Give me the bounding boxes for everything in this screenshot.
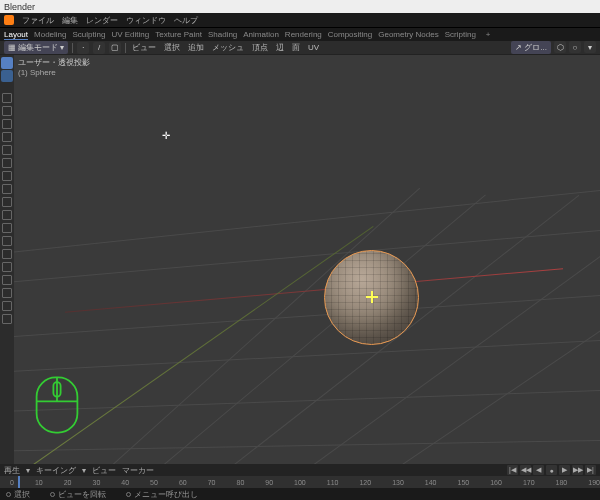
separator (125, 43, 126, 53)
tool-shelf (0, 85, 14, 465)
workspace-tabs: Layout Modeling Sculpting UV Editing Tex… (0, 27, 600, 41)
tool-icon[interactable] (2, 197, 12, 207)
tab-texturepaint[interactable]: Texture Paint (155, 30, 202, 39)
3d-viewport[interactable]: ✛ (14, 55, 600, 483)
menu-help[interactable]: ヘルプ (174, 15, 198, 26)
hdr-view[interactable]: ビュー (130, 42, 158, 53)
tool-icon[interactable] (2, 184, 12, 194)
hdr-vertex[interactable]: 頂点 (250, 42, 270, 53)
grid-line (14, 389, 600, 412)
tl-keying-menu[interactable]: キーイング (36, 465, 76, 476)
app-title: Blender (4, 2, 35, 12)
mode-selector[interactable]: ▦ 編集モード ▾ (4, 41, 68, 54)
tab-geonodes[interactable]: Geometry Nodes (378, 30, 438, 39)
jump-prev-button[interactable]: ◀◀ (520, 465, 531, 475)
face-select-icon[interactable]: ▢ (109, 42, 121, 54)
tool-icon[interactable] (2, 275, 12, 285)
tool-icon[interactable] (2, 210, 12, 220)
orientation-selector[interactable]: ↗ グロ... (511, 41, 551, 54)
play-button[interactable]: ▶ (559, 465, 570, 475)
tl-marker-menu[interactable]: マーカー (122, 465, 154, 476)
title-bar: Blender (0, 0, 600, 13)
viewport-overlay: ユーザー・透視投影 (1) Sphere (18, 57, 90, 77)
hdr-select[interactable]: 選択 (162, 42, 182, 53)
frame-ticks: 0102030405060708090100110120130140150160… (0, 479, 600, 486)
blender-logo-icon[interactable] (4, 15, 14, 25)
tool-icon[interactable] (2, 288, 12, 298)
tool-icon[interactable] (2, 145, 12, 155)
menu-render[interactable]: レンダー (86, 15, 118, 26)
timeline-panel: 再生 ▾ キーイング ▾ ビュー マーカー |◀ ◀◀ ◀ ● ▶ ▶▶ ▶| … (0, 464, 600, 488)
tab-sculpting[interactable]: Sculpting (73, 30, 106, 39)
grid-line (14, 439, 600, 451)
hdr-mesh[interactable]: メッシュ (210, 42, 246, 53)
tab-add[interactable]: + (486, 30, 491, 39)
tab-modeling[interactable]: Modeling (34, 30, 66, 39)
tool-icon[interactable] (2, 262, 12, 272)
tab-shading[interactable]: Shading (208, 30, 237, 39)
grid-line (102, 194, 486, 483)
hdr-add[interactable]: 追加 (186, 42, 206, 53)
hdr-face[interactable]: 面 (290, 42, 302, 53)
tab-layout[interactable]: Layout (4, 30, 28, 40)
options-icon[interactable]: ▾ (584, 41, 596, 53)
tab-uvediting[interactable]: UV Editing (111, 30, 149, 39)
timeline-header: 再生 ▾ キーイング ▾ ビュー マーカー |◀ ◀◀ ◀ ● ▶ ▶▶ ▶| (0, 464, 600, 476)
menu-window[interactable]: ウィンドウ (126, 15, 166, 26)
tool-icon[interactable] (2, 106, 12, 116)
status-menu: メニュー呼び出し (126, 489, 198, 500)
tool-icon[interactable] (2, 301, 12, 311)
grid-line (14, 227, 600, 284)
3d-cursor-icon (368, 293, 376, 301)
tl-play-menu[interactable]: 再生 (4, 465, 20, 476)
tool-icon[interactable] (2, 132, 12, 142)
cursor-tool-icon[interactable] (1, 57, 13, 69)
tool-icon[interactable] (2, 236, 12, 246)
select-tool-icon[interactable] (1, 70, 13, 82)
x-axis (65, 268, 563, 313)
crosshair-cursor-icon: ✛ (162, 130, 170, 141)
tab-rendering[interactable]: Rendering (285, 30, 322, 39)
tool-icon[interactable] (2, 93, 12, 103)
tool-icon[interactable] (2, 119, 12, 129)
edge-select-icon[interactable]: / (93, 42, 105, 54)
jump-next-button[interactable]: ▶▶ (572, 465, 583, 475)
status-rotate: ビューを回転 (50, 489, 106, 500)
jump-start-button[interactable]: |◀ (507, 465, 518, 475)
hdr-uv[interactable]: UV (306, 43, 321, 52)
vertex-select-icon[interactable]: ⋅ (77, 42, 89, 54)
hdr-edge[interactable]: 辺 (274, 42, 286, 53)
separator (72, 43, 73, 53)
tab-scripting[interactable]: Scripting (445, 30, 476, 39)
menu-edit[interactable]: 編集 (62, 15, 78, 26)
tool-icon[interactable] (2, 249, 12, 259)
record-button[interactable]: ● (546, 465, 557, 475)
snap-icon[interactable]: ⬡ (554, 41, 566, 53)
status-bar: 選択 ビューを回転 メニュー呼び出し (0, 488, 600, 500)
view-perspective-label: ユーザー・透視投影 (18, 57, 90, 68)
tool-icon[interactable] (2, 158, 12, 168)
proportional-icon[interactable]: ○ (569, 41, 581, 53)
tab-animation[interactable]: Animation (243, 30, 279, 39)
mouse-hint-icon (34, 375, 80, 435)
tl-view-menu[interactable]: ビュー (92, 465, 116, 476)
grid-line (14, 187, 600, 255)
tab-compositing[interactable]: Compositing (328, 30, 372, 39)
viewport-area[interactable]: ✛ ユーザー・透視投影 (1) Sphere (0, 55, 600, 483)
tool-icon[interactable] (2, 223, 12, 233)
grid-line (14, 293, 600, 339)
jump-end-button[interactable]: ▶| (585, 465, 596, 475)
menu-bar: ファイル 編集 レンダー ウィンドウ ヘルプ (0, 13, 600, 27)
playhead[interactable] (18, 476, 20, 488)
timeline-ruler[interactable]: 0102030405060708090100110120130140150160… (0, 476, 600, 488)
viewport-header: ▦ 編集モード ▾ ⋅ / ▢ ビュー 選択 追加 メッシュ 頂点 辺 面 UV… (0, 41, 600, 55)
play-reverse-button[interactable]: ◀ (533, 465, 544, 475)
tool-icon[interactable] (2, 171, 12, 181)
menu-file[interactable]: ファイル (22, 15, 54, 26)
tool-icon[interactable] (2, 314, 12, 324)
active-object-label: (1) Sphere (18, 68, 90, 77)
status-select: 選択 (6, 489, 30, 500)
